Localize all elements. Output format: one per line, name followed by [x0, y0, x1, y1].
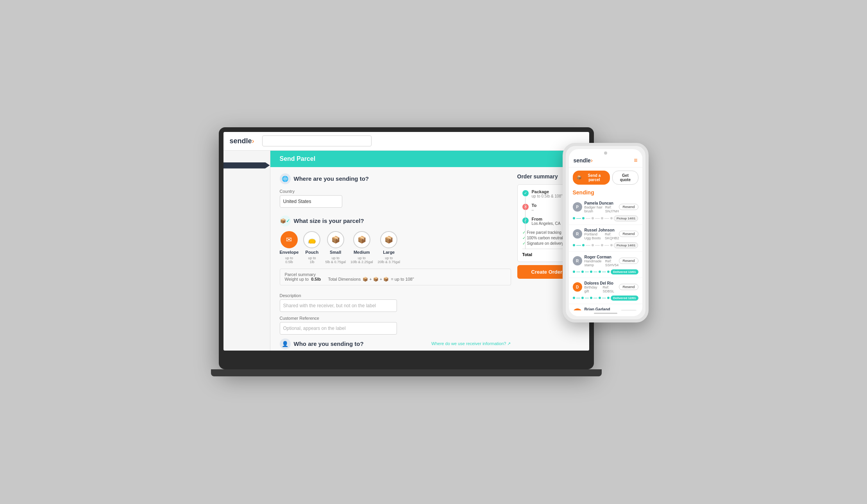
list-item: R Russel Johnson Portland Ugg Boots Ref:…	[569, 225, 642, 252]
status-badge: Pickup 14/01	[614, 242, 638, 248]
person-icon: 👤	[280, 338, 291, 349]
home-bar	[594, 313, 617, 314]
who-section-title: 👤 Who are you sending to?	[280, 338, 364, 349]
country-input[interactable]	[280, 195, 342, 208]
list-item: D Dolores Del Rio Birthday gift Ref: SDB…	[569, 278, 642, 304]
to-step-detail: –	[532, 208, 537, 212]
phone-menu-icon[interactable]: ≡	[634, 157, 637, 164]
status-badge: Delivered 12/01	[611, 296, 638, 301]
to-step-title: To	[532, 203, 537, 208]
where-section-title: 🌐 Where are you sending to?	[280, 173, 511, 184]
avatar: D	[573, 282, 582, 292]
phone-header: sendle› ≡	[569, 155, 642, 167]
sidebar	[223, 151, 270, 351]
app-body: Send Parcel 🌐 Where are you sending to?	[223, 151, 589, 351]
page-header: Send Parcel	[270, 151, 589, 167]
resend-button[interactable]: Resend	[619, 204, 638, 210]
where-section: 🌐 Where are you sending to? Country	[280, 173, 511, 208]
phone-actions: 📦 Send a parcel Get quote	[569, 167, 642, 188]
logo: sendle›	[230, 137, 254, 145]
phone-logo: sendle›	[574, 157, 593, 164]
country-label: Country	[280, 189, 511, 194]
size-section: 📦✓ What size is your parcel? ✉ Envelope …	[280, 215, 511, 285]
logo-arrow-icon: ›	[252, 137, 254, 145]
from-step-title: From	[532, 217, 561, 221]
description-label: Description	[280, 293, 511, 298]
laptop-base	[211, 369, 602, 376]
phone-screen: sendle› ≡ 📦 Send a parcel Get quote Send…	[569, 149, 642, 316]
who-section: 👤 Who are you sending to? Where do we us…	[280, 338, 511, 351]
size-option-small[interactable]: 📦 Small up to5lb & 0.75gal	[325, 231, 346, 264]
laptop: sendle› Send Parcel	[219, 127, 594, 369]
phone-home-indicator	[569, 310, 642, 316]
package-step-title: Package	[532, 189, 563, 194]
status-badge: Pickup 14/01	[614, 215, 638, 221]
resend-button[interactable]: Resend	[619, 284, 638, 290]
package-check-icon: 📦✓	[280, 215, 291, 226]
to-step-error: ✕	[522, 204, 529, 210]
send-parcel-icon: 📦	[577, 175, 581, 180]
large-box-icon: 📦	[380, 231, 397, 248]
phone-notch	[569, 149, 642, 155]
globe-icon: 🌐	[280, 173, 291, 184]
phone: sendle› ≡ 📦 Send a parcel Get quote Send…	[563, 143, 649, 322]
size-option-pouch[interactable]: 👝 Pouch up to1lb	[303, 231, 320, 264]
from-step-detail: Los Angeles, CA	[532, 221, 561, 226]
avatar: R	[573, 256, 582, 265]
resend-button[interactable]: Resend	[619, 231, 638, 237]
phone-camera-icon	[604, 151, 607, 155]
from-step-check: ✓	[522, 217, 529, 224]
parcel-summary: Parcel summary Weight up to 0.5lb Total …	[280, 269, 511, 285]
page-title: Send Parcel	[280, 155, 316, 162]
app-header: sendle›	[223, 132, 589, 151]
size-option-envelope[interactable]: ✉ Envelope up to0.5lb	[280, 231, 299, 264]
avatar: R	[573, 229, 582, 239]
total-label: Total	[522, 252, 532, 257]
list-item: R Roger Corman Handmade stamp Ref: SSHV5…	[569, 252, 642, 278]
small-box-icon: 📦	[327, 231, 344, 248]
medium-box-icon: 📦	[353, 231, 370, 248]
size-option-large[interactable]: 📦 Large up to20lb & 3.75gal	[378, 231, 400, 264]
phone-list: P Pamela Duncan Badger hair brush Ref: S…	[569, 198, 642, 310]
who-section-header: 👤 Who are you sending to? Where do we us…	[280, 338, 511, 349]
phone-get-quote-button[interactable]: Get quote	[612, 171, 638, 185]
description-section: Description	[280, 293, 511, 312]
phone-sending-title: Sending	[569, 188, 642, 198]
resend-button[interactable]: Resend	[619, 258, 638, 264]
main-content: Send Parcel 🌐 Where are you sending to?	[270, 151, 589, 351]
list-item: B Brian Garland Old movie posters Ref: S…	[569, 304, 642, 310]
phone-send-parcel-button[interactable]: 📦 Send a parcel	[573, 171, 610, 185]
create-order-label: Create Order	[531, 269, 562, 275]
progress-bar: Delivered 12/01	[573, 296, 638, 301]
progress-bar: Delivered 13/01	[573, 269, 638, 274]
progress-bar: Pickup 14/01	[573, 215, 638, 221]
logo-text: sendle	[230, 137, 252, 145]
pouch-icon: 👝	[303, 231, 320, 248]
receiver-info-link[interactable]: Where do we use receiver information? ↗	[431, 341, 511, 346]
sidebar-active-item[interactable]	[223, 162, 270, 169]
size-section-title: 📦✓ What size is your parcel?	[280, 215, 511, 226]
scene: sendle› Send Parcel	[219, 127, 649, 377]
timeline-line	[525, 197, 526, 249]
size-option-medium[interactable]: 📦 Medium up to10lb & 2.25gal	[350, 231, 373, 264]
envelope-icon: ✉	[281, 231, 298, 248]
customer-ref-section: Customer Reference	[280, 316, 511, 335]
package-step-check: ✓	[522, 190, 529, 196]
package-step-detail: up to 0.5lb & 108"	[532, 194, 563, 198]
customer-ref-label: Customer Reference	[280, 316, 511, 321]
content-area: 🌐 Where are you sending to? Country	[270, 167, 589, 351]
avatar: P	[573, 202, 582, 212]
laptop-screen: sendle› Send Parcel	[223, 132, 589, 351]
status-badge: Delivered 13/01	[611, 269, 638, 274]
size-options: ✉ Envelope up to0.5lb 👝 Pouch up to1lb	[280, 231, 511, 264]
progress-bar: Pickup 14/01	[573, 242, 638, 248]
description-input[interactable]	[280, 299, 397, 312]
search-input[interactable]	[262, 135, 372, 146]
list-item: P Pamela Duncan Badger hair brush Ref: S…	[569, 198, 642, 225]
form-area: 🌐 Where are you sending to? Country	[280, 173, 511, 351]
customer-ref-input[interactable]	[280, 322, 397, 335]
